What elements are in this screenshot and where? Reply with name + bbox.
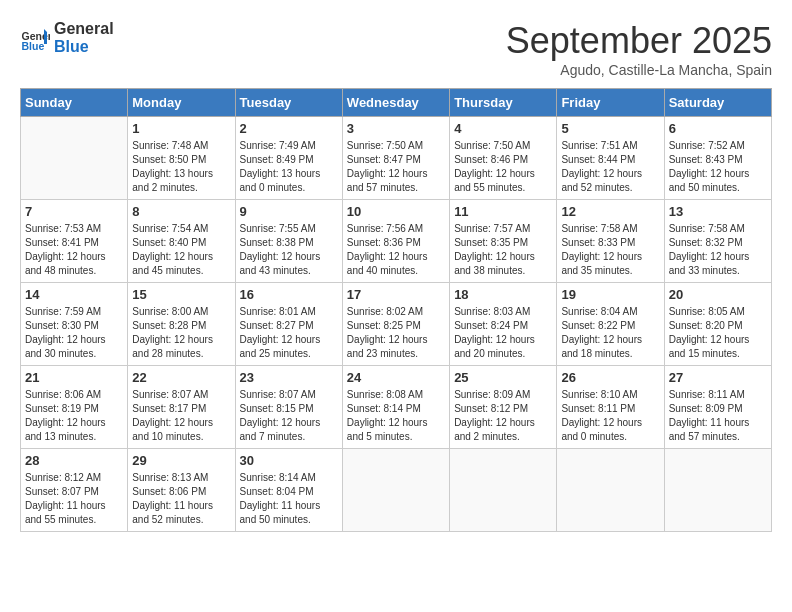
day-number: 29: [132, 453, 230, 468]
calendar-table: SundayMondayTuesdayWednesdayThursdayFrid…: [20, 88, 772, 532]
calendar-cell: 6Sunrise: 7:52 AM Sunset: 8:43 PM Daylig…: [664, 117, 771, 200]
day-info: Sunrise: 7:59 AM Sunset: 8:30 PM Dayligh…: [25, 305, 123, 361]
day-number: 10: [347, 204, 445, 219]
day-number: 6: [669, 121, 767, 136]
weekday-header-wednesday: Wednesday: [342, 89, 449, 117]
day-info: Sunrise: 7:50 AM Sunset: 8:47 PM Dayligh…: [347, 139, 445, 195]
day-info: Sunrise: 8:07 AM Sunset: 8:15 PM Dayligh…: [240, 388, 338, 444]
calendar-cell: [664, 449, 771, 532]
day-number: 22: [132, 370, 230, 385]
calendar-week-5: 28Sunrise: 8:12 AM Sunset: 8:07 PM Dayli…: [21, 449, 772, 532]
day-number: 25: [454, 370, 552, 385]
day-info: Sunrise: 8:05 AM Sunset: 8:20 PM Dayligh…: [669, 305, 767, 361]
day-number: 30: [240, 453, 338, 468]
calendar-week-3: 14Sunrise: 7:59 AM Sunset: 8:30 PM Dayli…: [21, 283, 772, 366]
calendar-cell: 29Sunrise: 8:13 AM Sunset: 8:06 PM Dayli…: [128, 449, 235, 532]
month-title: September 2025: [506, 20, 772, 62]
calendar-cell: 28Sunrise: 8:12 AM Sunset: 8:07 PM Dayli…: [21, 449, 128, 532]
day-info: Sunrise: 8:09 AM Sunset: 8:12 PM Dayligh…: [454, 388, 552, 444]
day-number: 20: [669, 287, 767, 302]
calendar-cell: 12Sunrise: 7:58 AM Sunset: 8:33 PM Dayli…: [557, 200, 664, 283]
day-number: 28: [25, 453, 123, 468]
calendar-cell: 17Sunrise: 8:02 AM Sunset: 8:25 PM Dayli…: [342, 283, 449, 366]
calendar-cell: 11Sunrise: 7:57 AM Sunset: 8:35 PM Dayli…: [450, 200, 557, 283]
day-number: 17: [347, 287, 445, 302]
calendar-cell: 7Sunrise: 7:53 AM Sunset: 8:41 PM Daylig…: [21, 200, 128, 283]
day-info: Sunrise: 8:04 AM Sunset: 8:22 PM Dayligh…: [561, 305, 659, 361]
day-number: 2: [240, 121, 338, 136]
calendar-cell: 15Sunrise: 8:00 AM Sunset: 8:28 PM Dayli…: [128, 283, 235, 366]
calendar-cell: 13Sunrise: 7:58 AM Sunset: 8:32 PM Dayli…: [664, 200, 771, 283]
day-info: Sunrise: 7:58 AM Sunset: 8:32 PM Dayligh…: [669, 222, 767, 278]
logo-blue: Blue: [54, 38, 114, 56]
calendar-cell: 24Sunrise: 8:08 AM Sunset: 8:14 PM Dayli…: [342, 366, 449, 449]
day-number: 3: [347, 121, 445, 136]
calendar-cell: 18Sunrise: 8:03 AM Sunset: 8:24 PM Dayli…: [450, 283, 557, 366]
logo: General Blue General Blue: [20, 20, 114, 55]
day-info: Sunrise: 8:06 AM Sunset: 8:19 PM Dayligh…: [25, 388, 123, 444]
day-info: Sunrise: 8:01 AM Sunset: 8:27 PM Dayligh…: [240, 305, 338, 361]
calendar-cell: 21Sunrise: 8:06 AM Sunset: 8:19 PM Dayli…: [21, 366, 128, 449]
day-info: Sunrise: 7:56 AM Sunset: 8:36 PM Dayligh…: [347, 222, 445, 278]
calendar-cell: 2Sunrise: 7:49 AM Sunset: 8:49 PM Daylig…: [235, 117, 342, 200]
day-info: Sunrise: 7:58 AM Sunset: 8:33 PM Dayligh…: [561, 222, 659, 278]
day-number: 14: [25, 287, 123, 302]
day-number: 19: [561, 287, 659, 302]
day-number: 9: [240, 204, 338, 219]
weekday-header-tuesday: Tuesday: [235, 89, 342, 117]
calendar-week-4: 21Sunrise: 8:06 AM Sunset: 8:19 PM Dayli…: [21, 366, 772, 449]
day-info: Sunrise: 8:10 AM Sunset: 8:11 PM Dayligh…: [561, 388, 659, 444]
day-info: Sunrise: 7:55 AM Sunset: 8:38 PM Dayligh…: [240, 222, 338, 278]
day-info: Sunrise: 7:48 AM Sunset: 8:50 PM Dayligh…: [132, 139, 230, 195]
day-info: Sunrise: 7:51 AM Sunset: 8:44 PM Dayligh…: [561, 139, 659, 195]
calendar-cell: 1Sunrise: 7:48 AM Sunset: 8:50 PM Daylig…: [128, 117, 235, 200]
day-info: Sunrise: 7:50 AM Sunset: 8:46 PM Dayligh…: [454, 139, 552, 195]
day-number: 11: [454, 204, 552, 219]
calendar-cell: [342, 449, 449, 532]
logo-icon: General Blue: [20, 23, 50, 53]
calendar-cell: 14Sunrise: 7:59 AM Sunset: 8:30 PM Dayli…: [21, 283, 128, 366]
day-number: 5: [561, 121, 659, 136]
calendar-cell: 4Sunrise: 7:50 AM Sunset: 8:46 PM Daylig…: [450, 117, 557, 200]
calendar-cell: 19Sunrise: 8:04 AM Sunset: 8:22 PM Dayli…: [557, 283, 664, 366]
logo-general: General: [54, 20, 114, 38]
day-info: Sunrise: 8:13 AM Sunset: 8:06 PM Dayligh…: [132, 471, 230, 527]
calendar-cell: 25Sunrise: 8:09 AM Sunset: 8:12 PM Dayli…: [450, 366, 557, 449]
weekday-header-monday: Monday: [128, 89, 235, 117]
weekday-header-thursday: Thursday: [450, 89, 557, 117]
day-number: 15: [132, 287, 230, 302]
day-number: 21: [25, 370, 123, 385]
day-info: Sunrise: 8:07 AM Sunset: 8:17 PM Dayligh…: [132, 388, 230, 444]
calendar-week-1: 1Sunrise: 7:48 AM Sunset: 8:50 PM Daylig…: [21, 117, 772, 200]
day-number: 23: [240, 370, 338, 385]
day-number: 13: [669, 204, 767, 219]
day-info: Sunrise: 8:12 AM Sunset: 8:07 PM Dayligh…: [25, 471, 123, 527]
day-info: Sunrise: 7:52 AM Sunset: 8:43 PM Dayligh…: [669, 139, 767, 195]
calendar-cell: 8Sunrise: 7:54 AM Sunset: 8:40 PM Daylig…: [128, 200, 235, 283]
day-number: 8: [132, 204, 230, 219]
svg-text:Blue: Blue: [22, 40, 45, 52]
calendar-week-2: 7Sunrise: 7:53 AM Sunset: 8:41 PM Daylig…: [21, 200, 772, 283]
day-info: Sunrise: 8:14 AM Sunset: 8:04 PM Dayligh…: [240, 471, 338, 527]
calendar-cell: [450, 449, 557, 532]
calendar-cell: 30Sunrise: 8:14 AM Sunset: 8:04 PM Dayli…: [235, 449, 342, 532]
weekday-header-sunday: Sunday: [21, 89, 128, 117]
day-number: 7: [25, 204, 123, 219]
calendar-cell: 22Sunrise: 8:07 AM Sunset: 8:17 PM Dayli…: [128, 366, 235, 449]
calendar-cell: 20Sunrise: 8:05 AM Sunset: 8:20 PM Dayli…: [664, 283, 771, 366]
day-number: 18: [454, 287, 552, 302]
header: General Blue General Blue September 2025…: [20, 20, 772, 78]
calendar-cell: 5Sunrise: 7:51 AM Sunset: 8:44 PM Daylig…: [557, 117, 664, 200]
calendar-cell: 26Sunrise: 8:10 AM Sunset: 8:11 PM Dayli…: [557, 366, 664, 449]
day-info: Sunrise: 8:03 AM Sunset: 8:24 PM Dayligh…: [454, 305, 552, 361]
calendar-cell: [557, 449, 664, 532]
day-info: Sunrise: 8:02 AM Sunset: 8:25 PM Dayligh…: [347, 305, 445, 361]
day-info: Sunrise: 7:53 AM Sunset: 8:41 PM Dayligh…: [25, 222, 123, 278]
calendar-cell: 10Sunrise: 7:56 AM Sunset: 8:36 PM Dayli…: [342, 200, 449, 283]
day-info: Sunrise: 8:00 AM Sunset: 8:28 PM Dayligh…: [132, 305, 230, 361]
day-number: 1: [132, 121, 230, 136]
day-number: 12: [561, 204, 659, 219]
calendar-cell: 9Sunrise: 7:55 AM Sunset: 8:38 PM Daylig…: [235, 200, 342, 283]
weekday-header-saturday: Saturday: [664, 89, 771, 117]
calendar-cell: 27Sunrise: 8:11 AM Sunset: 8:09 PM Dayli…: [664, 366, 771, 449]
